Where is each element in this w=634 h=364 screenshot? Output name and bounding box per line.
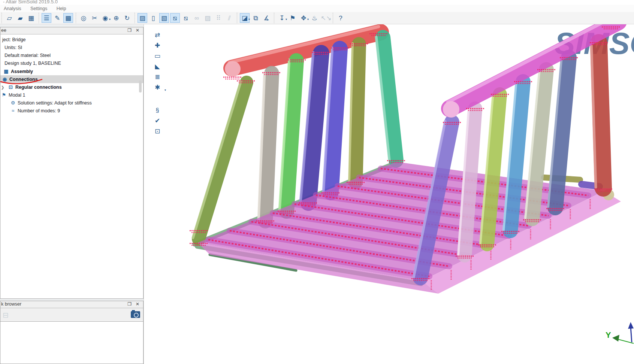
copy-parts-button[interactable]: ⧉ — [251, 13, 260, 23]
expand-chevron-icon[interactable]: ❯ — [1, 84, 7, 91]
spot-weld-button[interactable]: ✱▾ — [152, 83, 163, 92]
toolbar-group: ? — [333, 13, 348, 23]
apply-displacement-button[interactable]: ✥▾ — [299, 13, 308, 23]
measure-button[interactable]: ∡ — [262, 13, 271, 23]
modes-wave-icon: ≈ — [9, 107, 16, 115]
help-button[interactable]: ? — [336, 13, 345, 23]
collapse-viewports-button: ↖↘ — [320, 13, 330, 23]
apply-load-dropdown-arrow-icon[interactable]: ▾ — [286, 15, 287, 24]
tree-item-assembly[interactable]: ▦Assembly — [0, 67, 143, 75]
tree-item-design-study[interactable]: Design study 1, BASELINE — [0, 60, 143, 67]
springs-button[interactable]: § — [152, 106, 163, 115]
close-panel-icon[interactable]: ✕ — [134, 28, 141, 33]
show-hide-parts-dropdown-arrow-icon[interactable]: ▾ — [109, 15, 111, 24]
title-bar: - Altair SimSolid 2019.5.0 — [0, 0, 634, 5]
toolbar-groups: ▱▰▦☰✎▩◎✂◉▾⊕↻▨▯▧⧅⧅∞▨⠿⫽◪▾⧉∡↧▾⚑✥▾♨↖↘? — [0, 13, 348, 23]
project-tree-panel: ee ❐ ✕ ject: BridgeUnits: SIDefault mate… — [0, 27, 144, 299]
project-tree-view-button[interactable]: ☰ — [42, 13, 51, 23]
close-panel-icon[interactable]: ✕ — [134, 301, 141, 307]
connections-eye-icon: ◉ — [1, 75, 8, 83]
add-connections-button[interactable]: ✚ — [152, 41, 163, 50]
deselect-all-parts-button[interactable]: ⧅ — [181, 13, 191, 23]
project-tree-panel-header[interactable]: ee ❐ ✕ — [0, 27, 143, 34]
save-project-button[interactable]: ▦ — [26, 13, 36, 23]
tree-item-solution-settings[interactable]: ⚙Solution settings: Adapt for stiffness — [0, 99, 143, 107]
float-panel-icon[interactable]: ❐ — [126, 28, 133, 33]
deselect-parts-button[interactable]: ⧅ — [170, 13, 180, 23]
apply-flag-constraint-button[interactable]: ⚑ — [288, 13, 298, 23]
connection-bar-button[interactable]: ▭ — [152, 52, 163, 60]
menu-settings[interactable]: Settings — [27, 5, 51, 11]
menu-analysis[interactable]: Analysis — [0, 5, 25, 11]
tree-item-label: Number of modes: 9 — [16, 108, 60, 113]
tree-item-number-of-modes[interactable]: ≈Number of modes: 9 — [0, 107, 143, 115]
regular-connections-icon: ⊡ — [7, 83, 14, 91]
triad-blue-arrowhead — [628, 322, 634, 329]
panel-splitter-handle[interactable] — [139, 81, 142, 92]
review-glasses-button: ∞ — [192, 13, 202, 23]
assembly-icon: ▦ — [3, 67, 10, 75]
collapse-all-icon: ⊟ — [3, 311, 9, 319]
spot-weld-dropdown-arrow-icon[interactable]: ▾ — [164, 86, 166, 94]
main-toolbar: ▱▰▦☰✎▩◎✂◉▾⊕↻▨▯▧⧅⧅∞▨⠿⫽◪▾⧉∡↧▾⚑✥▾♨↖↘? — [0, 12, 634, 24]
zoom-to-part-button[interactable]: ◎ — [79, 13, 88, 23]
left-column-olive-endpost — [199, 82, 247, 239]
bookmark-browser-panel: k browser ❐ ✕ ⊟ — [0, 301, 144, 364]
select-box-button[interactable]: ▯ — [148, 13, 158, 23]
bookmark-toolbar: ⊟ — [0, 308, 143, 322]
move-part-dropdown-arrow-icon[interactable]: ▾ — [248, 15, 250, 24]
connection-wedge-button[interactable]: ◣ — [152, 62, 163, 71]
camera-new-bookmark-button[interactable] — [131, 311, 140, 318]
review-connections-check-button[interactable]: ✔ — [152, 116, 163, 125]
tree-item-label: ject: Bridge — [1, 37, 26, 42]
float-panel-icon[interactable]: ❐ — [126, 301, 133, 307]
toolbar-group: ◎✂◉▾⊕↻ — [76, 13, 135, 23]
tree-item-label: Design study 1, BASELINE — [3, 61, 61, 66]
show-hide-parts-button[interactable]: ◉▾ — [100, 13, 110, 23]
project-tree: ject: BridgeUnits: SIDefault material: S… — [0, 34, 143, 115]
apply-displacement-dropdown-arrow-icon[interactable]: ▾ — [307, 15, 309, 24]
auto-connections-button[interactable]: ⇄ — [152, 31, 163, 39]
tree-item-label: Solution settings: Adapt for stiffness — [16, 100, 92, 106]
triad-blue-axis — [631, 327, 632, 342]
tree-item-label: Regular connections — [14, 85, 62, 90]
tree-item-units[interactable]: Units: SI — [0, 44, 143, 52]
review-connections-button[interactable]: ⊡ — [152, 127, 163, 136]
select-parts-button[interactable]: ▨ — [138, 13, 147, 23]
move-part-button[interactable]: ◪▾ — [240, 13, 250, 23]
import-geometry-button[interactable]: ▰ — [15, 13, 25, 23]
select-hatched-parts-button[interactable]: ▧ — [159, 13, 169, 23]
connection-layers-button[interactable]: ≣ — [152, 73, 163, 81]
open-project-button[interactable]: ▱ — [4, 13, 14, 23]
left-column-teal-endpost — [383, 37, 396, 160]
tree-item-default-material[interactable]: Default material: Steel — [0, 52, 143, 60]
window-title: - Altair SimSolid 2019.5.0 — [3, 0, 58, 4]
bookmark-browser-header[interactable]: k browser ❐ ✕ — [0, 301, 143, 308]
right-chord-end-cap — [443, 101, 459, 118]
toolbar-group: ↧▾⚑✥▾♨↖↘ — [274, 13, 333, 23]
tree-item-regular-connections[interactable]: ❯⊡Regular connections — [0, 83, 143, 91]
apply-thermal-button[interactable]: ♨ — [310, 13, 319, 23]
annotations-view-button[interactable]: ✎ — [52, 13, 62, 23]
left-column-olive2 — [356, 44, 359, 182]
tree-item-connections[interactable]: ◉Connections — [0, 75, 143, 83]
tree-item-label: Units: SI — [3, 45, 22, 50]
menu-bar: Analysis Settings Help — [0, 5, 634, 12]
right-column-redbrown-endpost — [599, 43, 603, 188]
menu-help[interactable]: Help — [53, 5, 70, 11]
tree-item-label: Connections — [8, 77, 38, 82]
tree-item-modal-1[interactable]: ⚑Modal 1 — [0, 91, 143, 99]
show-isolate-parts-button[interactable]: ⊕ — [111, 13, 121, 23]
project-tree-panel-title: ee — [1, 28, 6, 33]
tree-item-label: Default material: Steel — [3, 53, 51, 58]
clip-section-button[interactable]: ✂ — [90, 13, 99, 23]
left-chord-end-cap — [225, 61, 241, 77]
bookmark-list — [0, 322, 143, 364]
transform-part-button[interactable]: ↻ — [122, 13, 132, 23]
bookmark-browser-view-button[interactable]: ▩ — [63, 13, 73, 23]
tree-item-project[interactable]: ject: Bridge — [0, 36, 143, 44]
tree-item-label: Assembly — [10, 69, 33, 74]
strands-display-button: ⫽ — [224, 13, 234, 23]
apply-load-button[interactable]: ↧▾ — [277, 13, 287, 23]
solution-settings-gear-icon: ⚙ — [9, 99, 16, 107]
